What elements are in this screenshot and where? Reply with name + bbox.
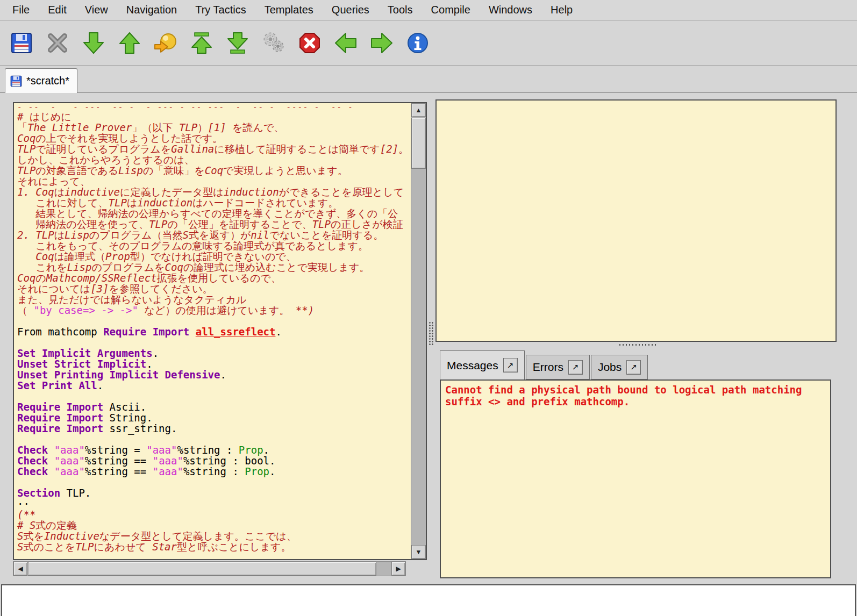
- editor-line: Check "aaa"%string == "aaa"%string : boo…: [17, 455, 411, 466]
- forward-button[interactable]: [81, 31, 106, 55]
- editor-line: [17, 477, 411, 488]
- tab-scratch[interactable]: *scratch*: [5, 68, 77, 93]
- editor-line: TLPの対象言語であるLispの「意味」をCoqで実現しようと思います。: [17, 165, 411, 176]
- menu-templates[interactable]: Templates: [255, 4, 323, 16]
- editor-line: Check "aaa"%string = "aaa"%string : Prop…: [17, 445, 411, 455]
- menu-view[interactable]: View: [76, 4, 117, 16]
- editor-line: これをもって、そのプログラムの意味する論理式が真であるとします。: [17, 240, 411, 251]
- next-icon: [370, 31, 394, 55]
- run-to-end-icon: [226, 31, 249, 55]
- editor-line: また、見ただけでは解らないようなタクティカル: [17, 294, 411, 305]
- run-to-cursor-button[interactable]: [153, 31, 178, 55]
- editor-line: Require Import Ascii.: [17, 402, 411, 412]
- restart-button[interactable]: [189, 31, 214, 55]
- save-icon: [10, 31, 33, 55]
- close-icon: [46, 31, 69, 55]
- editor-line: - -- - - --- -- - - --- - -- --- - -- - …: [17, 104, 411, 111]
- editor-line: Check "aaa"%string == "aaa"%string : Pro…: [17, 466, 411, 477]
- editor-line: 結果として、帰納法の公理からすべての定理を導くことができず、多くの「公: [17, 208, 411, 219]
- menu-bar: FileEditViewNavigationTry TacticsTemplat…: [0, 0, 857, 20]
- messages-panel: Cannot find a physical path bound to log…: [440, 379, 831, 578]
- editor-line: 2. TLPはLispのプログラム（当然S式を返す）がnilでないことを証明する…: [17, 230, 411, 240]
- editor-line: Coqは論理式（Prop型）でなければ証明できないので、: [17, 251, 411, 262]
- menu-try-tactics[interactable]: Try Tactics: [186, 4, 255, 16]
- detach-icon[interactable]: ↗: [626, 360, 641, 375]
- script-editor-frame: - -- - - --- -- - - --- - -- --- - -- - …: [13, 102, 427, 560]
- menu-edit[interactable]: Edit: [39, 4, 75, 16]
- menu-navigation[interactable]: Navigation: [117, 4, 187, 16]
- editor-line: 帰納法の公理を使って、TLPの「公理」を証明することで、TLPの正しさが検証: [17, 219, 411, 230]
- close-button[interactable]: [45, 31, 70, 55]
- editor-line: [17, 337, 411, 348]
- fully-check-icon: [262, 31, 285, 55]
- editor-line: ··: [17, 498, 411, 509]
- previous-button[interactable]: [333, 31, 358, 55]
- editor-line: Require Import String.: [17, 412, 411, 423]
- scroll-down-button[interactable]: ▼: [411, 545, 426, 559]
- tab-label: *scratch*: [26, 75, 69, 87]
- bottom-text-area[interactable]: [1, 584, 856, 616]
- backward-button[interactable]: [117, 31, 142, 55]
- editor-line: S式のことをTLPにあわせて Star型と呼ぶことにします。: [17, 541, 411, 552]
- menu-compile[interactable]: Compile: [422, 4, 480, 16]
- editor-line: From mathcomp Require Import all_ssrefle…: [17, 326, 411, 337]
- editor-line: これに対して、TLPはinductionはハードコードされています。: [17, 197, 411, 208]
- editor-line: CoqのMathcomp/SSReflect拡張を使用しているので、: [17, 273, 411, 283]
- tab-errors[interactable]: Errors↗: [526, 355, 590, 379]
- menu-help[interactable]: Help: [541, 4, 582, 16]
- editor-line: Coqの上でそれを実現しようとした話です。: [17, 133, 411, 144]
- editor-line: TLPで証明しているプログラムをGallinaに移植して証明することは簡単です[…: [17, 144, 411, 154]
- editor-line: 1. Coqはinductiveに定義したデータ型はinductionができるこ…: [17, 187, 411, 197]
- interrupt-button[interactable]: [297, 31, 322, 55]
- scroll-left-button[interactable]: ◀: [13, 562, 27, 576]
- editor-horizontal-scrollbar[interactable]: ◀ ▶: [13, 561, 406, 576]
- fully-check-button[interactable]: [261, 31, 286, 55]
- goals-panel: [435, 99, 837, 342]
- feedback-tab-bar: Messages↗Errors↗Jobs↗: [440, 350, 649, 379]
- tab-label: Messages: [447, 359, 498, 372]
- editor-line: [17, 316, 411, 326]
- tab-jobs[interactable]: Jobs↗: [591, 355, 648, 379]
- menu-file[interactable]: File: [3, 4, 39, 16]
- about-icon: [406, 31, 430, 55]
- backward-icon: [118, 31, 141, 55]
- menu-queries[interactable]: Queries: [323, 4, 378, 16]
- tab-messages[interactable]: Messages↗: [440, 350, 525, 379]
- vertical-splitter-handle[interactable]: [428, 321, 433, 346]
- editor-line: (**: [17, 509, 411, 520]
- editor-line: Set Print All.: [17, 380, 411, 391]
- restart-icon: [190, 31, 213, 55]
- interrupt-icon: [298, 31, 322, 55]
- editor-line: [17, 434, 411, 445]
- floppy-icon: [10, 75, 23, 88]
- about-button[interactable]: [405, 31, 430, 55]
- menu-windows[interactable]: Windows: [480, 4, 541, 16]
- previous-icon: [334, 31, 358, 55]
- editor-line: 「The Little Prover」（以下 TLP）[1] を読んで、: [17, 122, 411, 133]
- run-to-end-button[interactable]: [225, 31, 250, 55]
- editor-line: （ "by case=> -> ->" など）の使用は避けています。 **): [17, 305, 411, 316]
- forward-icon: [82, 31, 105, 55]
- document-tab-bar: *scratch*: [0, 66, 857, 93]
- editor-line: Unset Strict Implicit.: [17, 359, 411, 369]
- horizontal-scroll-thumb[interactable]: [28, 562, 376, 576]
- next-button[interactable]: [369, 31, 394, 55]
- editor-line: これをLispのプログラムをCoqの論理式に埋め込むことで実現します。: [17, 262, 411, 273]
- detach-icon[interactable]: ↗: [568, 360, 583, 375]
- save-button[interactable]: [9, 31, 34, 55]
- menu-tools[interactable]: Tools: [378, 4, 422, 16]
- scroll-up-button[interactable]: ▲: [411, 103, 426, 117]
- scroll-right-button[interactable]: ▶: [391, 562, 405, 576]
- script-editor[interactable]: - -- - - --- -- - - --- - -- --- - -- - …: [14, 103, 411, 559]
- editor-line: それによって、: [17, 176, 411, 187]
- editor-line: それについては[3]を参照してください。: [17, 283, 411, 294]
- detach-icon[interactable]: ↗: [503, 358, 518, 373]
- editor-line: Set Implicit Arguments.: [17, 348, 411, 359]
- toolbar: [0, 21, 857, 66]
- editor-line: S式をInductiveなデータ型として定義します。ここでは、: [17, 531, 411, 541]
- coqide-window: FileEditViewNavigationTry TacticsTemplat…: [0, 0, 857, 616]
- editor-vertical-scrollbar[interactable]: ▲ ▼: [411, 103, 426, 559]
- horizontal-splitter-handle[interactable]: [618, 343, 656, 347]
- tab-label: Jobs: [598, 361, 622, 374]
- vertical-scroll-thumb[interactable]: [411, 118, 426, 169]
